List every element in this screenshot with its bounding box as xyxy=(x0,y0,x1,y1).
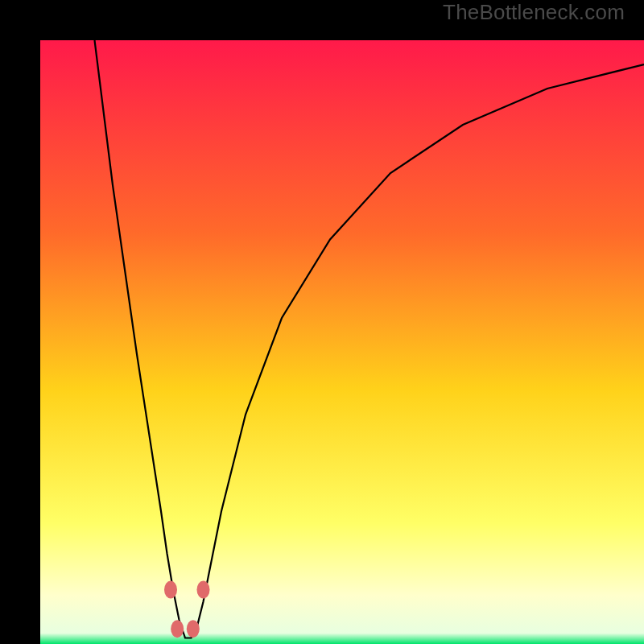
curve-marker xyxy=(171,620,184,638)
curve-marker xyxy=(187,620,200,638)
watermark-text: TheBottleneck.com xyxy=(443,0,625,25)
curve-marker xyxy=(197,581,210,599)
curve-marker xyxy=(164,581,177,599)
gradient-background xyxy=(40,40,644,644)
chart-frame xyxy=(20,20,624,624)
bottleneck-chart xyxy=(40,40,644,644)
